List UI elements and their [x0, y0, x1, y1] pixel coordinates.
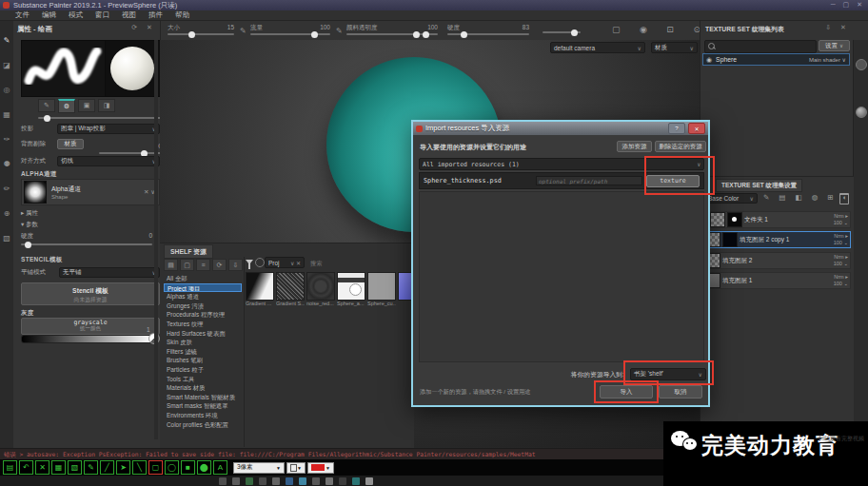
resource-thumb-gradient-s[interactable] [276, 272, 305, 301]
filled-rect-icon[interactable]: ■ [181, 460, 195, 475]
import-to-select[interactable]: 书架 'shelf'∨ [630, 368, 706, 380]
resource-thumb-sphere-a[interactable] [337, 272, 365, 301]
image-icon[interactable]: ▦ [51, 460, 66, 475]
backface-toggle[interactable]: 材质 [57, 139, 84, 149]
refresh-filter-icon[interactable] [255, 258, 265, 267]
taskbar-app-icon[interactable] [286, 477, 293, 485]
layer-row-fill1[interactable]: 填充图层 1 Nrm ▸100 ⌄ [702, 272, 851, 289]
pressure-toggle-icon[interactable]: ✎ [336, 27, 343, 35]
folder-icon[interactable]: ▧ [68, 460, 82, 475]
taskbar-app-icon[interactable] [259, 477, 266, 485]
usage-texture-button[interactable]: texture [646, 175, 700, 187]
shape-style-select[interactable]: ▼ [286, 462, 306, 474]
category-hard-surfaces[interactable]: Hard Surfaces 硬表面 [164, 329, 242, 339]
category-all[interactable]: All 全部 [164, 274, 242, 283]
taskbar-app-icon[interactable] [352, 477, 360, 485]
category-brushes[interactable]: Brushes 笔刷 [164, 356, 242, 365]
properties-mini-slider[interactable] [38, 114, 162, 119]
camera-select[interactable]: default camera∨ [550, 42, 645, 53]
taskbar-app-icon[interactable] [299, 477, 306, 485]
import-button[interactable]: 导入 [600, 385, 653, 399]
taskbar-app-icon[interactable] [326, 477, 333, 485]
alpha-resource-item[interactable]: Alpha通道 Shape ✕ ∨ [21, 179, 160, 205]
shader-settings-icon[interactable] [856, 107, 867, 118]
pen-size-select[interactable]: 3像素▼ [233, 462, 285, 474]
resource-row[interactable]: Sphere_thickness.psd texture [419, 172, 704, 189]
dialog-close-button[interactable]: ✕ [688, 123, 705, 134]
dialog-help-button[interactable]: ? [668, 123, 685, 134]
add-tool-icon[interactable]: ⊕ [0, 209, 13, 218]
flow-slider[interactable]: 流量100 [250, 24, 330, 35]
grayscale-button[interactable]: grayscale 统一颜色 [21, 318, 160, 335]
file-icon[interactable]: ▢ [180, 259, 194, 271]
polygon-fill-tool-icon[interactable]: ▦ [0, 110, 13, 119]
taskbar-app-icon[interactable] [365, 477, 373, 485]
menu-help[interactable]: 帮助 [175, 10, 189, 20]
texture-set-settings-button[interactable]: 设置∨ [819, 40, 850, 51]
layer-row-fill2-copy[interactable]: 填充图层 2 copy 1 Nrm ▸100 ⌄ [702, 231, 851, 248]
taskbar-app-icon[interactable] [246, 477, 253, 485]
title-bar[interactable]: Substance Painter 2019.2.1 - PreviewSphe… [0, 0, 868, 10]
tab-alpha-icon[interactable]: ▣ [78, 99, 95, 112]
remove-selected-button[interactable]: 删除选定的资源 [655, 141, 706, 152]
menu-edit[interactable]: 编辑 [42, 10, 56, 20]
properties-scrollbar[interactable] [154, 40, 158, 439]
category-grunges[interactable]: Grunges 污渍 [164, 301, 242, 311]
stencil-slot-button[interactable]: Stencil 模板 尚未选择资源 [21, 282, 160, 305]
category-procedurals[interactable]: Procedurals 程序纹理 [164, 310, 242, 320]
panel-pin-close-icons[interactable]: ⇩ ✕ [825, 24, 850, 31]
window-controls[interactable]: ─ ▢ ✕ [831, 1, 865, 9]
tiling-dropdown[interactable]: 无平铺∨ [59, 267, 160, 278]
attributes-collapse[interactable]: ▸ 属性 [21, 209, 160, 218]
menu-window[interactable]: 窗口 [95, 10, 109, 20]
brush-size-slider[interactable]: 大小15 [168, 24, 234, 35]
category-environments[interactable]: Environments 环境 [164, 411, 242, 420]
eraser-tool-icon[interactable]: ◪ [0, 61, 13, 69]
texture-set-row-sphere[interactable]: ◉ Sphere Main shader ∨ [702, 53, 850, 66]
grayscale-gradient-slider[interactable] [21, 335, 154, 343]
list-view-icon[interactable]: ≡ [196, 259, 210, 271]
mask-tool-icon[interactable]: ▧ [0, 234, 13, 243]
backface-slider[interactable]: 90 [99, 143, 162, 154]
alignment-dropdown[interactable]: 切线∨ [57, 156, 160, 166]
category-smart-materials[interactable]: Smart Materials 智能材质 [164, 393, 242, 402]
mask-thumbnail[interactable] [727, 212, 742, 227]
category-smart-masks[interactable]: Smart masks 智能遮罩 [164, 401, 242, 411]
resource-thumb-sphere-cu[interactable] [367, 272, 396, 301]
display-settings-icon[interactable] [856, 59, 867, 70]
hardness-param-slider[interactable] [21, 241, 152, 245]
category-tools[interactable]: Tools 工具 [164, 375, 242, 384]
taskbar-app-icon[interactable] [219, 477, 227, 485]
resource-thumb-noise[interactable] [306, 272, 335, 301]
delete-layer-icon[interactable] [839, 193, 849, 204]
category-textures[interactable]: Textures 纹理 [164, 320, 242, 329]
layer-row-fill2[interactable]: 填充图层 2 Nrm ▸100 ⌄ [702, 252, 851, 269]
arrow-icon[interactable]: ➤ [116, 460, 130, 475]
category-project[interactable]: Project 项目 [164, 283, 242, 293]
category-materials[interactable]: Materials 材质 [164, 383, 242, 393]
category-particles[interactable]: Particles 粒子 [164, 365, 242, 375]
tab-stencil-icon[interactable]: ◨ [98, 99, 115, 112]
tab-brush-icon[interactable]: ✎ [38, 99, 55, 112]
shelf-tab[interactable]: SHELF 资源 [164, 244, 213, 259]
ellipse-icon[interactable]: ◯ [165, 460, 179, 475]
category-filters[interactable]: Filters 滤镜 [164, 347, 242, 357]
prefix-path-input[interactable] [536, 176, 642, 185]
shader-select[interactable]: Main shader ∨ [809, 56, 846, 63]
taskbar-app-icon[interactable] [232, 477, 240, 485]
visibility-eye-icon[interactable]: ◉ [706, 56, 712, 64]
shading-mode-select[interactable]: 材质∨ [651, 42, 698, 53]
paint-tool-icon[interactable]: ✎ [0, 36, 13, 45]
projection-tool-icon[interactable]: ◎ [0, 86, 13, 94]
layer-toolbar-icons[interactable]: ✎ ▤ ◧ ◍ ⊞ ◐ [763, 193, 851, 202]
menu-mode[interactable]: 模式 [69, 10, 83, 20]
clone-tool-icon[interactable]: ⚉ [0, 160, 13, 168]
filter-funnel-icon[interactable] [246, 260, 253, 264]
layer-row-folder[interactable]: ▸ 文件夹 1 Nrm ▸100 ⌄ [702, 211, 851, 228]
blob-icon[interactable]: ⬤ [197, 460, 211, 475]
menu-view[interactable]: 视图 [122, 10, 136, 20]
category-alphas[interactable]: Alphas 通道 [164, 292, 242, 301]
taskbar-app-icon[interactable] [339, 477, 346, 485]
layer-thumbnail[interactable] [710, 212, 725, 227]
add-resources-button[interactable]: 添加资源 [617, 141, 652, 152]
